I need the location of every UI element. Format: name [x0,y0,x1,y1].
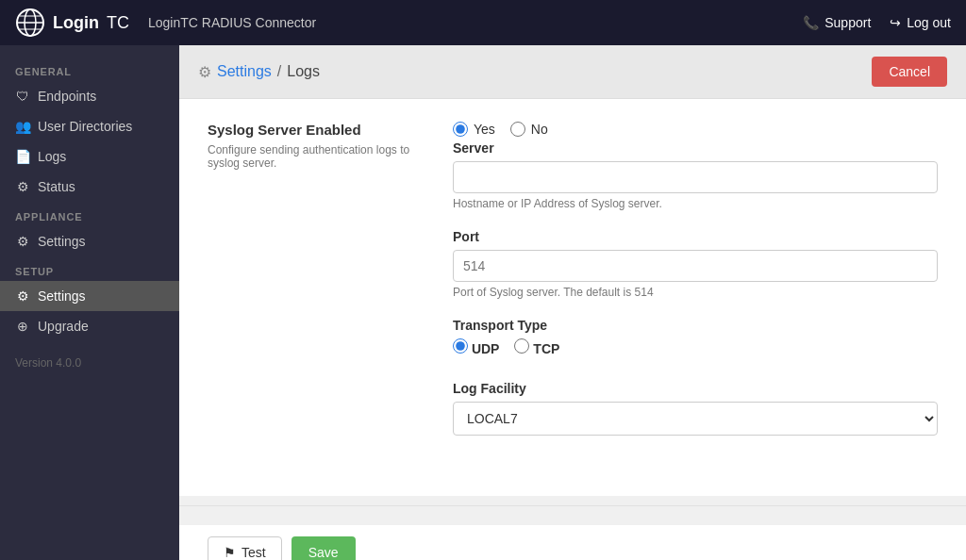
syslog-radio-group: Yes No [453,122,938,137]
port-input[interactable] [453,250,938,282]
sidebar-item-upgrade[interactable]: ⊕ Upgrade [0,311,179,341]
flag-icon: ⚑ [224,545,236,560]
transport-label: Transport Type [453,318,938,333]
radio-no-option[interactable]: No [510,122,548,137]
form-divider [179,505,966,506]
radio-no-input[interactable] [510,122,525,137]
sidebar-item-user-directories[interactable]: 👥 User Directories [0,111,179,141]
radio-udp-label: UDP [472,341,500,356]
breadcrumb-settings-link[interactable]: Settings [217,63,272,80]
app-title: LoginTC RADIUS Connector [148,15,316,30]
transport-field-group: Transport Type UDP TCP [453,318,938,362]
gear-icon: ⚙ [15,234,30,249]
radio-yes-option[interactable]: Yes [453,122,495,137]
breadcrumb-gear-icon: ⚙ [198,63,211,81]
form-area: Syslog Server Enabled Configure sending … [179,99,966,496]
breadcrumb: ⚙ Settings / Logs [198,63,320,81]
sidebar-item-logs[interactable]: 📄 Logs [0,141,179,172]
logo: LoginTC [15,8,129,38]
users-icon: 👥 [15,119,30,134]
log-facility-label: Log Facility [453,381,938,396]
main-content: ⚙ Settings / Logs Cancel Syslog Server E… [179,45,966,560]
syslog-title: Syslog Server Enabled [208,122,415,138]
radio-no-label: No [531,122,548,137]
sidebar-section-appliance: APPLIANCE [0,202,179,226]
sidebar-section-general: GENERAL [0,57,179,81]
syslog-label-col: Syslog Server Enabled Configure sending … [208,122,415,454]
sidebar-section-setup: SETUP [0,256,179,281]
top-navigation: LoginTC LoginTC RADIUS Connector 📞 Suppo… [0,0,966,45]
radio-tcp-label: TCP [533,341,559,356]
phone-icon: 📞 [803,15,819,30]
radio-yes-input[interactable] [453,122,468,137]
radio-udp-input[interactable] [453,338,468,354]
page-header: ⚙ Settings / Logs Cancel [179,45,966,99]
doc-icon: 📄 [15,149,30,164]
logo-tc: TC [107,13,129,33]
sidebar-item-appliance-settings[interactable]: ⚙ Settings [0,226,179,256]
upgrade-icon: ⊕ [15,319,30,334]
transport-radio-group: UDP TCP [453,338,938,362]
version-label: Version 4.0.0 [0,341,179,373]
topnav-actions: 📞 Support ↪ Log out [803,15,951,30]
server-hint: Hostname or IP Address of Syslog server. [453,197,938,210]
radio-udp-option[interactable]: UDP [453,338,499,356]
logo-login: Login [53,13,99,33]
radio-tcp-input[interactable] [514,338,529,354]
server-label: Server [453,140,938,156]
server-input[interactable] [453,161,938,193]
syslog-enabled-row: Syslog Server Enabled Configure sending … [208,122,938,454]
sidebar: GENERAL 🛡 Endpoints 👥 User Directories 📄… [0,45,179,560]
sidebar-item-setup-settings[interactable]: ⚙ Settings [0,281,179,311]
sidebar-item-status[interactable]: ⚙ Status [0,172,179,202]
logout-link[interactable]: ↪ Log out [890,15,951,30]
port-label: Port [453,229,938,244]
test-button[interactable]: ⚑ Test [208,536,282,560]
form-actions: ⚑ Test Save [179,525,966,560]
status-icon: ⚙ [15,179,30,194]
gear-active-icon: ⚙ [15,288,30,304]
cancel-button[interactable]: Cancel [872,57,947,87]
radio-yes-label: Yes [474,122,495,137]
syslog-desc: Configure sending authentication logs to… [208,143,415,170]
sidebar-item-endpoints[interactable]: 🛡 Endpoints [0,81,179,111]
server-field-group: Server Hostname or IP Address of Syslog … [453,140,938,210]
support-link[interactable]: 📞 Support [803,15,871,30]
breadcrumb-current: Logs [287,63,320,80]
port-hint: Port of Syslog server. The default is 51… [453,286,938,299]
port-field-group: Port Port of Syslog server. The default … [453,229,938,299]
log-facility-field-group: Log Facility LOCAL0 LOCAL1 LOCAL2 LOCAL3… [453,381,938,436]
logout-icon: ↪ [890,15,901,30]
logo-icon [15,8,45,38]
radio-tcp-option[interactable]: TCP [514,338,559,356]
save-button[interactable]: Save [291,536,356,560]
shield-icon: 🛡 [15,89,30,104]
syslog-input-col: Yes No Server Hostname or IP Address of … [453,122,938,454]
breadcrumb-separator: / [277,63,281,80]
log-facility-select[interactable]: LOCAL0 LOCAL1 LOCAL2 LOCAL3 LOCAL4 LOCAL… [453,402,938,436]
